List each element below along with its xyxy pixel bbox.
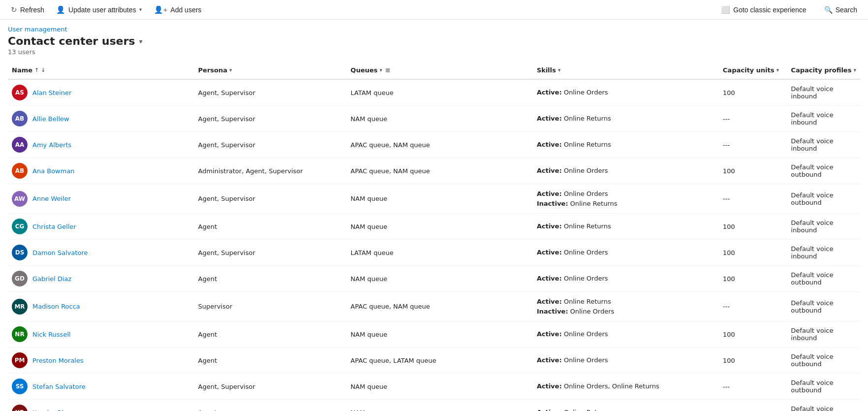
- user-persona-cell: Agent, Supervisor: [194, 132, 347, 158]
- user-skills-cell: Active: Online Returns: [533, 106, 718, 132]
- table-row: NR Nick Russell AgentNAM queueActive: On…: [8, 321, 860, 348]
- user-link[interactable]: Allie Bellew: [32, 115, 69, 123]
- user-capacity-profiles-cell: Default voice inbound: [787, 400, 860, 411]
- toolbar: ↻ Refresh 👤 Update user attributes ▾ 👤+ …: [0, 0, 868, 20]
- user-capacity-profiles-cell: Default voice inbound: [787, 106, 860, 132]
- add-user-icon: 👤+: [154, 5, 168, 14]
- user-queues-cell: APAC queue, NAM queue: [347, 132, 533, 158]
- user-capacity-units-cell: 100: [719, 266, 787, 292]
- skill-status: Active:: [537, 356, 562, 364]
- avatar: NR: [12, 326, 28, 342]
- avatar: AW: [12, 191, 28, 207]
- user-skills-cell: Active: Online Orders: [533, 266, 718, 292]
- user-link[interactable]: Damon Salvatore: [32, 249, 88, 256]
- user-queues-cell: LATAM queue: [347, 79, 533, 106]
- skill-entry: Active: Online Orders: [537, 355, 715, 365]
- skill-status: Active:: [537, 190, 562, 197]
- col-header-skills[interactable]: Skills ▾: [533, 62, 718, 79]
- skill-entry: Inactive: Online Returns: [537, 199, 715, 209]
- skill-entry: Active: Online Returns: [537, 408, 715, 411]
- user-link[interactable]: Stefan Salvatore: [32, 383, 86, 390]
- user-link[interactable]: Preston Morales: [32, 357, 84, 364]
- skill-status: Active:: [537, 249, 562, 256]
- add-users-button[interactable]: 👤+ Add users: [149, 3, 207, 16]
- user-queues-cell: NAM queue: [347, 374, 533, 400]
- user-link[interactable]: Ana Bowman: [32, 167, 75, 175]
- refresh-button[interactable]: ↻ Refresh: [6, 3, 49, 16]
- user-link[interactable]: Alan Steiner: [32, 89, 71, 96]
- user-queues-cell: NAM queue: [347, 266, 533, 292]
- user-capacity-profiles-cell: Default voice outbound: [787, 348, 860, 374]
- skill-entry: Active: Online Orders: [537, 274, 715, 284]
- user-queues-cell: NAM queue: [347, 321, 533, 348]
- user-capacity-profiles-cell: Default voice outbound: [787, 292, 860, 321]
- skill-status: Inactive:: [537, 308, 568, 315]
- user-capacity-profiles-cell: Default voice inbound: [787, 321, 860, 348]
- search-label: Search: [836, 6, 857, 14]
- user-persona-cell: Agent, Supervisor: [194, 184, 347, 214]
- user-capacity-units-cell: ---: [719, 374, 787, 400]
- col-capacity-profiles-label: Capacity profiles: [791, 66, 851, 74]
- users-table-container: Name ↑ ↓ Persona ▾ Queues ▾ ≡: [0, 62, 868, 411]
- user-link[interactable]: Gabriel Diaz: [32, 275, 71, 283]
- user-queues-cell: NAM queue: [347, 106, 533, 132]
- col-name-label: Name: [12, 66, 32, 74]
- user-skills-cell: Active: Online Orders: [533, 79, 718, 106]
- user-capacity-profiles-cell: Default voice outbound: [787, 266, 860, 292]
- col-header-persona[interactable]: Persona ▾: [194, 62, 347, 79]
- persona-sort-icon: ▾: [229, 67, 232, 73]
- col-header-capacity-profiles[interactable]: Capacity profiles ▾: [787, 62, 860, 79]
- user-persona-cell: Agent: [194, 348, 347, 374]
- user-name-cell: NR Nick Russell: [8, 321, 194, 348]
- user-persona-cell: Agent, Supervisor: [194, 106, 347, 132]
- table-row: XB Xander Bly AgentNAM queueActive: Onli…: [8, 400, 860, 411]
- update-user-attributes-button[interactable]: 👤 Update user attributes ▾: [51, 3, 147, 16]
- col-header-queues[interactable]: Queues ▾ ≡: [347, 62, 533, 79]
- user-persona-cell: Agent: [194, 400, 347, 411]
- col-header-capacity-units[interactable]: Capacity units ▾: [719, 62, 787, 79]
- user-link[interactable]: Christa Geller: [32, 223, 76, 230]
- page-title-chevron-icon[interactable]: ▾: [139, 37, 143, 45]
- user-capacity-units-cell: ---: [719, 400, 787, 411]
- avatar: GD: [12, 271, 28, 286]
- user-link[interactable]: Amy Alberts: [32, 141, 71, 149]
- user-name-cell: AB Allie Bellew: [8, 106, 194, 132]
- user-persona-cell: Agent: [194, 321, 347, 348]
- user-skills-cell: Active: Online Returns: [533, 132, 718, 158]
- skill-entry: Active: Online Orders: [537, 248, 715, 257]
- user-capacity-units-cell: ---: [719, 292, 787, 321]
- user-name-cell: PM Preston Morales: [8, 348, 194, 374]
- breadcrumb[interactable]: User management: [8, 26, 860, 33]
- table-row: DS Damon Salvatore Agent, SupervisorLATA…: [8, 240, 860, 266]
- user-skills-cell: Active: Online Orders: [533, 158, 718, 184]
- user-name-cell: AS Alan Steiner: [8, 79, 194, 106]
- user-capacity-profiles-cell: Default voice outbound: [787, 184, 860, 214]
- user-link[interactable]: Xander Bly: [32, 409, 67, 411]
- user-capacity-profiles-cell: Default voice outbound: [787, 374, 860, 400]
- user-capacity-profiles-cell: Default voice inbound: [787, 214, 860, 240]
- user-queues-cell: APAC queue, LATAM queue: [347, 348, 533, 374]
- user-name-cell: CG Christa Geller: [8, 214, 194, 240]
- user-persona-cell: Agent, Supervisor: [194, 240, 347, 266]
- user-link[interactable]: Nick Russell: [32, 331, 71, 338]
- user-persona-cell: Agent: [194, 266, 347, 292]
- user-skills-cell: Active: Online Orders: [533, 321, 718, 348]
- user-link[interactable]: Anne Weiler: [32, 195, 71, 202]
- refresh-icon: ↻: [11, 5, 17, 14]
- user-link[interactable]: Madison Rocca: [32, 303, 80, 310]
- skill-entry: Inactive: Online Orders: [537, 307, 715, 316]
- skill-status: Active:: [537, 330, 562, 338]
- update-user-attributes-chevron-icon: ▾: [139, 6, 142, 13]
- skill-status: Active:: [537, 89, 562, 96]
- search-button[interactable]: 🔍 Search: [819, 4, 862, 16]
- user-name-cell: AA Amy Alberts: [8, 132, 194, 158]
- skill-status: Inactive:: [537, 200, 568, 207]
- queues-filter-icon[interactable]: ≡: [385, 66, 390, 74]
- table-row: AB Allie Bellew Agent, SupervisorNAM que…: [8, 106, 860, 132]
- table-body: AS Alan Steiner Agent, SupervisorLATAM q…: [8, 79, 860, 411]
- skill-status: Active:: [537, 167, 562, 174]
- user-edit-icon: 👤: [56, 5, 65, 14]
- table-header: Name ↑ ↓ Persona ▾ Queues ▾ ≡: [8, 62, 860, 79]
- col-header-name[interactable]: Name ↑ ↓: [8, 62, 194, 79]
- goto-classic-button[interactable]: ⬜ Goto classic experience: [716, 3, 811, 16]
